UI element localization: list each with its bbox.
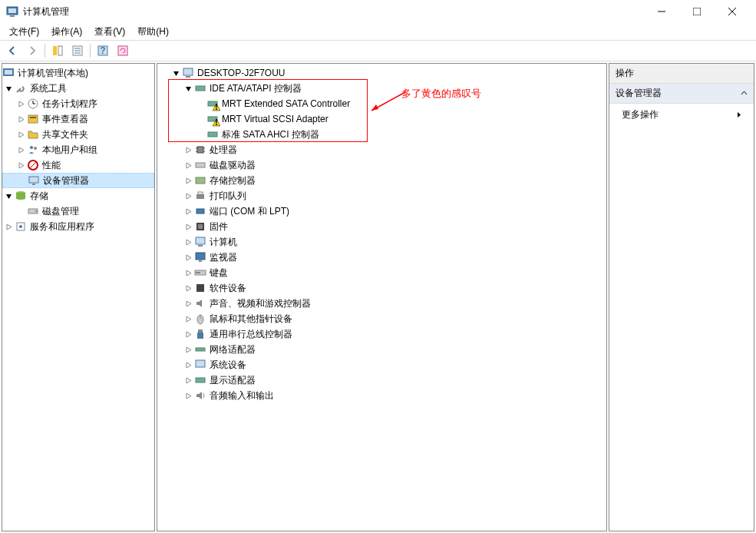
- tree-system-tools[interactable]: 系统工具: [2, 81, 154, 96]
- performance-icon: [27, 159, 39, 171]
- chevron-right-icon[interactable]: [182, 236, 194, 248]
- device-usb[interactable]: 通用串行总线控制器: [157, 326, 606, 342]
- device-computer-category[interactable]: 计算机: [157, 234, 606, 250]
- computer-icon: [194, 236, 206, 248]
- chevron-right-icon[interactable]: [182, 343, 194, 356]
- chevron-right-icon[interactable]: [182, 328, 194, 340]
- svg-rect-1: [8, 8, 16, 13]
- chevron-right-icon[interactable]: [182, 205, 194, 217]
- chevron-down-icon[interactable]: [182, 82, 194, 94]
- device-mrt-scsi[interactable]: ! MRT Virtual SCSI Adapter: [157, 111, 606, 127]
- tree-storage[interactable]: 存储: [2, 188, 154, 204]
- device-software-devices[interactable]: 软件设备: [157, 280, 606, 296]
- actions-section-header[interactable]: 设备管理器: [609, 84, 754, 104]
- chevron-right-icon[interactable]: [182, 297, 194, 310]
- chevron-right-icon[interactable]: [182, 220, 194, 233]
- chevron-right-icon[interactable]: [182, 374, 194, 386]
- device-ide-atapi[interactable]: IDE ATA/ATAPI 控制器: [157, 81, 606, 96]
- tree-root[interactable]: 计算机管理(本地): [2, 65, 154, 81]
- disk-icon: [27, 205, 39, 217]
- chevron-right-icon[interactable]: [15, 113, 27, 125]
- device-computer[interactable]: DESKTOP-J2F7OUU: [157, 65, 606, 81]
- services-icon: [15, 220, 27, 233]
- device-manager-icon: [28, 174, 40, 187]
- tree-performance[interactable]: 性能: [2, 157, 154, 173]
- svg-text:!: !: [215, 104, 218, 111]
- refresh-button[interactable]: [114, 42, 132, 59]
- device-processor[interactable]: 处理器: [157, 142, 606, 157]
- device-mice[interactable]: 鼠标和其他指针设备: [157, 311, 606, 326]
- device-system-devices[interactable]: 系统设备: [157, 357, 606, 372]
- device-standard-sata[interactable]: 标准 SATA AHCI 控制器: [157, 127, 606, 142]
- menu-help[interactable]: 帮助(H): [131, 24, 175, 40]
- show-hide-button[interactable]: [48, 42, 67, 59]
- forward-button[interactable]: [23, 42, 41, 59]
- back-button[interactable]: [3, 42, 21, 59]
- svg-rect-69: [196, 378, 205, 382]
- device-sound-video[interactable]: 声音、视频和游戏控制器: [157, 296, 606, 311]
- console-tree[interactable]: 计算机管理(本地) 系统工具 任务计划程序 事件查看器 共享文件夹 本地用户和组: [2, 63, 155, 531]
- tree-local-users[interactable]: 本地用户和组: [2, 142, 154, 157]
- properties-button[interactable]: [68, 42, 87, 59]
- device-mrt-sata[interactable]: ! MRT Extended SATA Controller: [157, 96, 606, 111]
- tree-disk-management[interactable]: 磁盘管理: [2, 204, 154, 219]
- chevron-right-icon[interactable]: [182, 174, 194, 187]
- tree-device-manager[interactable]: 设备管理器: [2, 173, 154, 188]
- storage-controller-icon: [194, 174, 206, 187]
- device-disk-drives[interactable]: 磁盘驱动器: [157, 157, 606, 173]
- chevron-down-icon[interactable]: [2, 82, 15, 94]
- device-network[interactable]: 网络适配器: [157, 342, 606, 357]
- device-ports[interactable]: 端口 (COM 和 LPT): [157, 204, 606, 219]
- device-tree[interactable]: DESKTOP-J2F7OUU IDE ATA/ATAPI 控制器 ! MRT …: [157, 63, 607, 531]
- chevron-right-icon[interactable]: [182, 190, 194, 202]
- tools-icon: [15, 82, 27, 94]
- device-monitors[interactable]: 监视器: [157, 250, 606, 265]
- chevron-right-icon[interactable]: [182, 144, 194, 156]
- users-icon: [27, 144, 39, 156]
- chevron-right-icon[interactable]: [182, 282, 194, 294]
- svg-rect-15: [118, 46, 127, 55]
- minimize-button[interactable]: [644, 0, 679, 23]
- menu-view[interactable]: 查看(V): [88, 24, 131, 40]
- device-display-adapters[interactable]: 显示适配器: [157, 372, 606, 388]
- chevron-right-icon[interactable]: [182, 359, 194, 371]
- chevron-right-icon[interactable]: [182, 313, 194, 325]
- speaker-icon: [194, 297, 206, 310]
- event-icon: [27, 113, 39, 125]
- folder-icon: [27, 128, 39, 141]
- device-keyboards[interactable]: 键盘: [157, 265, 606, 280]
- menu-file[interactable]: 文件(F): [3, 24, 45, 40]
- chevron-right-icon[interactable]: [15, 128, 27, 141]
- chevron-down-icon[interactable]: [2, 190, 15, 202]
- chevron-right-icon[interactable]: [182, 251, 194, 263]
- tree-task-scheduler[interactable]: 任务计划程序: [2, 96, 154, 111]
- chevron-right-icon[interactable]: [2, 220, 15, 233]
- tree-event-viewer[interactable]: 事件查看器: [2, 111, 154, 127]
- system-icon: [194, 359, 206, 371]
- chevron-down-icon[interactable]: [170, 67, 182, 79]
- svg-text:?: ?: [100, 45, 105, 56]
- tree-services-apps[interactable]: 服务和应用程序: [2, 219, 154, 234]
- chevron-right-icon[interactable]: [15, 159, 27, 171]
- chevron-right-icon[interactable]: [182, 389, 194, 402]
- window-title: 计算机管理: [23, 5, 644, 18]
- close-button[interactable]: [715, 0, 750, 23]
- device-audio-io[interactable]: 音频输入和输出: [157, 388, 606, 403]
- more-actions[interactable]: 更多操作: [609, 104, 754, 126]
- menu-action[interactable]: 操作(A): [45, 24, 88, 40]
- chevron-right-icon[interactable]: [182, 159, 194, 171]
- printer-icon: [194, 190, 206, 202]
- chevron-right-icon[interactable]: [15, 98, 27, 110]
- device-print-queues[interactable]: 打印队列: [157, 188, 606, 204]
- svg-text:!: !: [215, 119, 218, 127]
- svg-rect-65: [198, 329, 203, 333]
- help-button[interactable]: ?: [94, 42, 112, 59]
- device-firmware[interactable]: 固件: [157, 219, 606, 234]
- controller-icon: [206, 128, 219, 141]
- tree-shared-folders[interactable]: 共享文件夹: [2, 127, 154, 142]
- chevron-right-icon[interactable]: [15, 144, 27, 156]
- chevron-right-icon[interactable]: [182, 266, 194, 279]
- svg-rect-47: [196, 163, 205, 167]
- device-storage-controllers[interactable]: 存储控制器: [157, 173, 606, 188]
- maximize-button[interactable]: [679, 0, 715, 23]
